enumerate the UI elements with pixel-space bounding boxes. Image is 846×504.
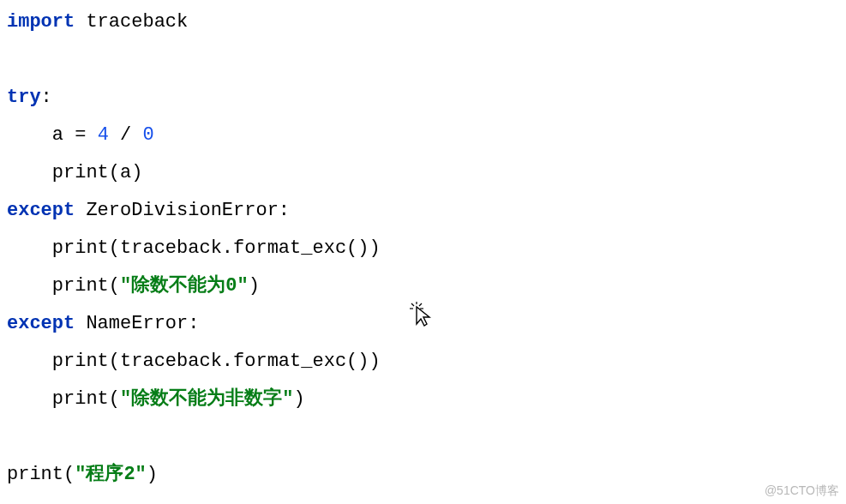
num-4: 4 — [98, 124, 109, 146]
string-literal: "除数不能为非数字" — [120, 388, 293, 410]
dot: . — [222, 237, 233, 259]
colon: : — [41, 87, 52, 108]
indent — [7, 162, 52, 183]
rparen: ) — [357, 351, 369, 372]
code-block: import traceback try: a = 4 / 0 print(a)… — [0, 0, 846, 497]
arg-a: a — [120, 162, 131, 183]
watermark: @51CTO博客 — [765, 483, 839, 499]
indent — [7, 388, 52, 410]
var-a: a — [52, 124, 63, 146]
lparen: ( — [346, 237, 357, 259]
lparen: ( — [109, 351, 120, 372]
rparen: ) — [131, 162, 142, 183]
meth-formatexc: format_exc — [233, 237, 346, 259]
rparen: ) — [249, 275, 260, 297]
obj-traceback: traceback — [120, 351, 222, 372]
op-eq: = — [63, 124, 98, 146]
lparen: ( — [63, 464, 75, 485]
lparen: ( — [109, 388, 120, 410]
lparen: ( — [109, 237, 120, 259]
num-0: 0 — [142, 124, 153, 146]
lparen: ( — [346, 351, 357, 372]
module-name: traceback — [86, 11, 188, 33]
indent — [7, 275, 52, 297]
lparen: ( — [109, 162, 120, 183]
meth-formatexc: format_exc — [233, 351, 346, 372]
keyword-import: import — [7, 11, 75, 33]
fn-print: print — [52, 351, 109, 372]
rparen: ) — [369, 351, 381, 372]
rparen: ) — [293, 388, 304, 410]
lparen: ( — [109, 275, 120, 297]
string-literal: "程序2" — [75, 464, 147, 485]
space — [75, 313, 86, 334]
indent — [7, 237, 52, 259]
class-zerodivision: ZeroDivisionError — [86, 200, 278, 221]
op-div: / — [109, 124, 143, 146]
indent — [7, 124, 52, 146]
rparen: ) — [357, 237, 369, 259]
fn-print: print — [52, 162, 109, 183]
rparen: ) — [369, 237, 381, 259]
class-nameerror: NameError — [86, 313, 188, 334]
fn-print: print — [52, 237, 109, 259]
keyword-except: except — [7, 200, 75, 221]
indent — [7, 351, 52, 372]
string-literal: "除数不能为0" — [120, 275, 249, 297]
dot: . — [222, 351, 233, 372]
colon: : — [188, 313, 199, 334]
fn-print: print — [7, 464, 63, 485]
colon: : — [279, 200, 290, 221]
rparen: ) — [147, 464, 158, 485]
space — [75, 200, 86, 221]
keyword-except: except — [7, 313, 75, 334]
fn-print: print — [52, 388, 109, 410]
fn-print: print — [52, 275, 109, 297]
keyword-try: try — [7, 87, 41, 108]
obj-traceback: traceback — [120, 237, 222, 259]
